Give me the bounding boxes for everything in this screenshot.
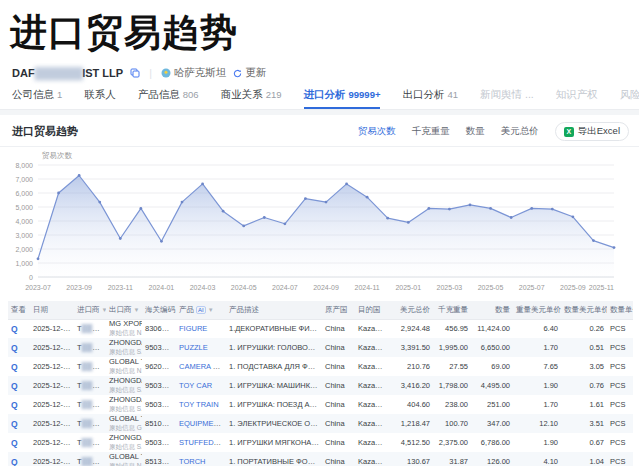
tab-6[interactable]: 出口分析41 (402, 88, 458, 109)
filter-icon[interactable]: ▼ (208, 307, 214, 313)
data-point (263, 216, 266, 219)
svg-text:4,000: 4,000 (15, 218, 33, 225)
metric-toggle-1[interactable]: 贸易次数 (358, 125, 396, 138)
svg-text:2,000: 2,000 (15, 246, 33, 253)
tab-label: 公司信息 (12, 88, 54, 100)
column-header-upq: 数量美元单价 (561, 301, 607, 319)
view-record-icon[interactable]: Q (11, 400, 18, 410)
svg-text:0: 0 (29, 274, 33, 281)
product-link[interactable]: TOY CAR (179, 381, 212, 390)
view-record-icon[interactable]: Q (11, 457, 18, 466)
cell-upw: 1.70 (513, 395, 561, 414)
x-axis-label: 2023-09 (66, 284, 92, 291)
data-point (57, 192, 60, 195)
exporter-name: MG XPORT...原始信息 N... (109, 320, 139, 337)
tab-9[interactable]: 风险诉讼 (620, 88, 639, 109)
cell-upw: 6.40 (513, 319, 561, 338)
tab-label: 进口分析 (304, 88, 346, 100)
tab-7[interactable]: 新闻舆情 ... (480, 88, 534, 109)
cell-hs: 9503004... (142, 433, 176, 452)
cell-kg: 27.55 (433, 357, 471, 376)
filter-icon[interactable]: ▼ (102, 307, 107, 313)
country-label: 哈萨克斯坦 (174, 66, 227, 80)
tab-bar: 公司信息1联系人产品信息806商业关系219进口分析99999+出口分析41新闻… (0, 84, 639, 110)
view-record-icon[interactable]: Q (11, 381, 18, 391)
cell-unit: PCS (607, 395, 633, 414)
filter-icon[interactable]: ▼ (134, 307, 140, 313)
x-axis-label: 2024-09 (313, 284, 339, 291)
cell-hs: 9503006... (142, 338, 176, 357)
cell-qty: 126.00 (471, 452, 513, 466)
y-axis-unit-label: 贸易次数 (42, 151, 73, 160)
cell-unit: PCS (607, 357, 633, 376)
view-record-icon[interactable]: Q (11, 324, 18, 334)
cell-view[interactable]: Q (8, 433, 30, 452)
cell-date: 2025-12-20 (30, 357, 74, 376)
exporter-name: GLOBAL TR...原始信息 G... (109, 415, 139, 432)
cell-qty: 6,786.00 (471, 433, 513, 452)
cell-qty: 4,495.00 (471, 376, 513, 395)
tab-1[interactable]: 公司信息1 (12, 88, 62, 109)
data-point (448, 208, 451, 211)
tab-5[interactable]: 进口分析99999+ (304, 88, 381, 109)
column-header-kg: 千克重量 (433, 301, 471, 319)
product-link[interactable]: PUZZLE (179, 343, 208, 352)
tab-8[interactable]: 知识产权 (556, 88, 598, 109)
column-label: 出口商 (109, 305, 132, 314)
cell-upw: 1.90 (513, 376, 561, 395)
refresh-button[interactable]: 更新 (233, 66, 266, 80)
cell-importer: T███NA... (74, 338, 106, 357)
column-label: 产品描述 (229, 305, 259, 314)
product-link[interactable]: TORCH (179, 457, 206, 466)
cell-view[interactable]: Q (8, 357, 30, 376)
metric-toggle-2[interactable]: 千克重量 (412, 125, 450, 138)
metric-toggle-4[interactable]: 美元总价 (501, 125, 539, 138)
product-link[interactable]: TOY TRAIN (179, 400, 219, 409)
importer-name: T███NA... (77, 438, 106, 447)
export-excel-button[interactable]: X 导出Excel (555, 122, 629, 141)
data-point (325, 201, 328, 204)
product-link[interactable]: EQUIPMENT (179, 419, 224, 428)
importer-name: T███NA... (77, 324, 106, 333)
cell-view[interactable]: Q (8, 319, 30, 338)
cell-desc: 1. ЭЛЕКТРИЧЕСКОЕ ОБОРУДОВАНИЕ ДЛЯ САЛО..… (226, 414, 322, 433)
cell-view[interactable]: Q (8, 414, 30, 433)
cell-usd: 3,416.20 (389, 376, 433, 395)
tab-label: 商业关系 (221, 88, 263, 100)
tab-2[interactable]: 联系人 (84, 88, 116, 109)
product-link[interactable]: CAMERA STAND (179, 362, 226, 371)
view-record-icon[interactable]: Q (11, 343, 18, 353)
cell-exporter: ZHONGDA...原始信息 S... (106, 433, 142, 452)
cell-date: 2025-12-20 (30, 452, 74, 466)
cell-view[interactable]: Q (8, 376, 30, 395)
cell-view[interactable]: Q (8, 452, 30, 466)
cell-qty: 69.00 (471, 357, 513, 376)
product-link[interactable]: FIGURE (179, 324, 207, 333)
view-record-icon[interactable]: Q (11, 362, 18, 372)
view-record-icon[interactable]: Q (11, 419, 18, 429)
cell-origin: China (322, 395, 355, 414)
tab-label: 知识产权 (556, 88, 598, 100)
cell-date: 2025-12-20 (30, 414, 74, 433)
view-record-icon[interactable]: Q (11, 438, 18, 448)
cell-qty: 6,650.00 (471, 338, 513, 357)
data-point (469, 204, 472, 207)
exporter-subinfo: 原始信息 S... (109, 386, 142, 393)
cell-view[interactable]: Q (8, 338, 30, 357)
product-link[interactable]: STUFFED TOY (179, 438, 226, 447)
column-label: 数量单位 (610, 305, 633, 314)
tab-count: 99999+ (349, 89, 381, 100)
tab-4[interactable]: 商业关系219 (221, 88, 282, 109)
data-point (592, 239, 595, 242)
exporter-name: ZHONGDA...原始信息 S... (109, 339, 139, 356)
exporter-name: GLOBAL TR...原始信息 N... (109, 453, 139, 466)
tab-3[interactable]: 产品信息806 (138, 88, 199, 109)
copy-icon[interactable] (130, 68, 140, 78)
importer-name: T███NA... (77, 362, 106, 371)
cell-usd: 404.60 (389, 395, 433, 414)
metric-toggle-3[interactable]: 数量 (466, 125, 485, 138)
import-trend-page: 进口贸易趋势 DAF███████IST LLP | 哈萨克斯坦 更新 公司信息… (0, 0, 639, 466)
cell-view[interactable]: Q (8, 395, 30, 414)
cell-product: FIGURE (176, 319, 226, 338)
column-label: 重量美元单价 (516, 305, 561, 314)
